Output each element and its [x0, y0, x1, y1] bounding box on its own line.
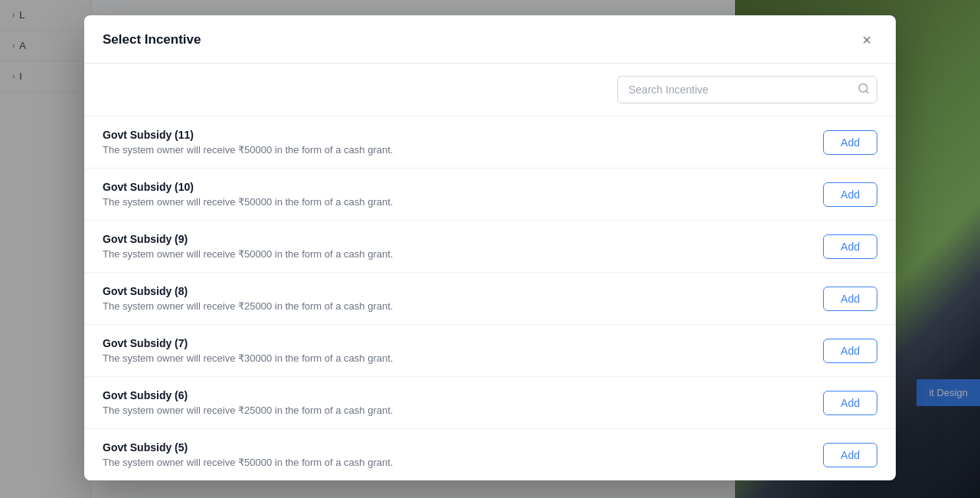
search-input-wrapper	[617, 76, 877, 103]
add-incentive-button-1[interactable]: Add	[823, 182, 877, 207]
incentive-desc-1: The system owner will receive ₹50000 in …	[103, 196, 808, 208]
incentive-desc-2: The system owner will receive ₹50000 in …	[103, 248, 808, 260]
incentive-row: Govt Subsidy (7)The system owner will re…	[84, 325, 896, 377]
incentive-info-4: Govt Subsidy (7)The system owner will re…	[103, 337, 808, 364]
incentive-name-3: Govt Subsidy (8)	[103, 285, 808, 297]
incentive-name-1: Govt Subsidy (10)	[103, 181, 808, 193]
incentive-desc-4: The system owner will receive ₹30000 in …	[103, 352, 808, 364]
incentive-list: Govt Subsidy (11)The system owner will r…	[84, 116, 896, 480]
select-incentive-modal: Select Incentive × Govt Subsidy (11)The …	[84, 15, 896, 480]
incentive-row: Govt Subsidy (8)The system owner will re…	[84, 273, 896, 325]
incentive-desc-6: The system owner will receive ₹50000 in …	[103, 457, 808, 468]
add-incentive-button-5[interactable]: Add	[823, 391, 877, 415]
incentive-info-0: Govt Subsidy (11)The system owner will r…	[103, 129, 808, 156]
modal-backdrop: Select Incentive × Govt Subsidy (11)The …	[0, 0, 980, 498]
incentive-info-1: Govt Subsidy (10)The system owner will r…	[103, 181, 808, 208]
incentive-info-6: Govt Subsidy (5)The system owner will re…	[103, 441, 808, 468]
incentive-row: Govt Subsidy (11)The system owner will r…	[84, 116, 896, 169]
modal-search-row	[84, 64, 896, 116]
incentive-row: Govt Subsidy (5)The system owner will re…	[84, 429, 896, 480]
add-incentive-button-0[interactable]: Add	[823, 130, 877, 155]
incentive-info-3: Govt Subsidy (8)The system owner will re…	[103, 285, 808, 312]
incentive-desc-3: The system owner will receive ₹25000 in …	[103, 300, 808, 312]
add-incentive-button-4[interactable]: Add	[823, 339, 877, 363]
incentive-name-5: Govt Subsidy (6)	[103, 389, 808, 401]
add-incentive-button-6[interactable]: Add	[823, 443, 877, 467]
incentive-row: Govt Subsidy (6)The system owner will re…	[84, 377, 896, 429]
modal-title: Select Incentive	[103, 32, 201, 48]
modal-header: Select Incentive ×	[84, 15, 896, 64]
svg-line-1	[866, 91, 868, 93]
incentive-row: Govt Subsidy (10)The system owner will r…	[84, 169, 896, 221]
incentive-desc-5: The system owner will receive ₹25000 in …	[103, 405, 808, 416]
search-icon	[858, 83, 870, 97]
search-incentive-input[interactable]	[617, 76, 877, 103]
incentive-name-2: Govt Subsidy (9)	[103, 233, 808, 245]
incentive-row: Govt Subsidy (9)The system owner will re…	[84, 221, 896, 273]
add-incentive-button-2[interactable]: Add	[823, 234, 877, 259]
incentive-name-4: Govt Subsidy (7)	[103, 337, 808, 349]
incentive-info-2: Govt Subsidy (9)The system owner will re…	[103, 233, 808, 260]
modal-close-button[interactable]: ×	[856, 29, 877, 51]
incentive-info-5: Govt Subsidy (6)The system owner will re…	[103, 389, 808, 416]
add-incentive-button-3[interactable]: Add	[823, 287, 877, 311]
incentive-name-6: Govt Subsidy (5)	[103, 441, 808, 454]
incentive-desc-0: The system owner will receive ₹50000 in …	[103, 144, 808, 156]
incentive-name-0: Govt Subsidy (11)	[103, 129, 808, 141]
